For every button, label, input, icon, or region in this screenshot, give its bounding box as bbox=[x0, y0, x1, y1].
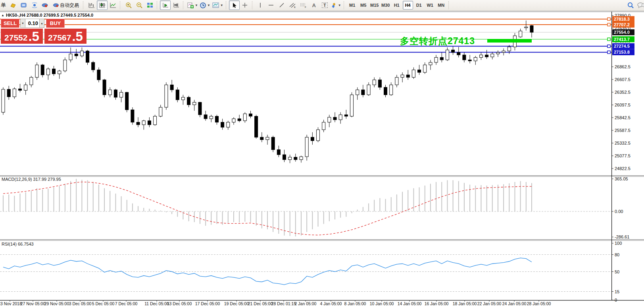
time-axis-label: 29 Nov 05:00 bbox=[44, 301, 69, 306]
candle-body bbox=[384, 87, 387, 95]
candle-body bbox=[243, 114, 246, 121]
candle-body bbox=[496, 52, 500, 54]
candle-body bbox=[176, 90, 179, 100]
candle-body bbox=[452, 50, 455, 52]
volume-increase-button[interactable]: ▲ bbox=[39, 19, 44, 28]
candle-body bbox=[401, 75, 404, 77]
time-axis-label: 24 Jan 05:00 bbox=[502, 301, 527, 306]
time-axis-label: 3 Dec 05:00 bbox=[69, 301, 92, 306]
candle-body bbox=[367, 85, 370, 95]
price-badge-label: 27707.2 bbox=[614, 22, 630, 27]
candle-body bbox=[266, 137, 269, 139]
candle-body bbox=[519, 31, 522, 37]
line-anchor-square bbox=[607, 45, 610, 48]
candle-body bbox=[2, 89, 5, 112]
candle-body bbox=[328, 117, 331, 122]
time-axis-label: 7 Dec 05:00 bbox=[115, 301, 138, 306]
sell-price-pips: .5 bbox=[28, 29, 39, 44]
line-anchor-square bbox=[607, 18, 610, 21]
time-axis-label: 11 Dec 05:00 bbox=[144, 301, 169, 306]
candle-body bbox=[344, 115, 348, 116]
time-axis-label: 27 Nov 05:00 bbox=[21, 301, 46, 306]
candle-body bbox=[479, 55, 483, 57]
sell-button[interactable]: SELL bbox=[1, 19, 19, 28]
macd-axis-label: -286.61 bbox=[615, 234, 629, 239]
candle-body bbox=[103, 80, 106, 95]
price-badge-label: 27413.7 bbox=[614, 37, 630, 42]
candle-body bbox=[271, 137, 275, 149]
candle-body bbox=[204, 115, 207, 119]
time-axis-label: 14 Jan 05:00 bbox=[398, 301, 422, 306]
candle-body bbox=[52, 69, 56, 74]
candle-body bbox=[406, 75, 409, 77]
chart-ohlc-text: HK50-,H4 27688.0 27699.5 27449.5 27554.0 bbox=[6, 13, 93, 17]
candle-body bbox=[457, 52, 460, 55]
collapse-triangle-icon[interactable]: ▲ bbox=[1, 14, 4, 17]
candle-body bbox=[114, 90, 117, 97]
candle-body bbox=[35, 65, 38, 77]
candle-body bbox=[390, 85, 393, 95]
candle-body bbox=[210, 116, 213, 119]
candle-body bbox=[294, 157, 297, 159]
candle-body bbox=[63, 60, 67, 71]
candle-body bbox=[446, 50, 449, 60]
time-axis-label: 21 Dec 05:00 bbox=[248, 301, 273, 306]
candle-body bbox=[305, 137, 308, 157]
price-axis-label: 24822.5 bbox=[615, 166, 631, 171]
candle-body bbox=[395, 77, 398, 85]
line-anchor-square bbox=[607, 38, 610, 41]
candle-body bbox=[277, 150, 280, 155]
price-badge-label: 27274.5 bbox=[614, 44, 630, 48]
volume-decrease-button[interactable]: ▼ bbox=[20, 19, 25, 28]
candle-body bbox=[159, 107, 162, 116]
buy-button[interactable]: BUY bbox=[46, 19, 65, 28]
price-badge-label: 27554.0 bbox=[614, 30, 630, 35]
candle-body bbox=[260, 137, 263, 139]
candle-body bbox=[131, 110, 134, 122]
candle-body bbox=[30, 77, 33, 85]
rsi-axis-label: 15 bbox=[615, 289, 619, 294]
sell-price-main: 27552 bbox=[4, 30, 27, 45]
candle-body bbox=[468, 60, 471, 61]
candle-body bbox=[434, 57, 438, 62]
candle-body bbox=[142, 121, 145, 125]
price-axis-label: 25842.5 bbox=[615, 115, 631, 120]
green-bar-object[interactable] bbox=[487, 39, 532, 43]
candle-body bbox=[232, 119, 235, 122]
candle-body bbox=[423, 65, 427, 72]
candle-body bbox=[249, 114, 252, 116]
candle-body bbox=[356, 90, 359, 95]
time-axis-label: 10 Jan 05:00 bbox=[370, 301, 394, 306]
buy-price[interactable]: 27567.5 bbox=[44, 29, 87, 44]
annotation-text[interactable]: 多空转折点27413 bbox=[400, 35, 475, 47]
panel-separator[interactable] bbox=[0, 239, 644, 240]
time-axis-label: 22 Jan 05:00 bbox=[477, 301, 502, 306]
volume-stepper: ▼ 0.10 ▲ bbox=[20, 19, 44, 28]
panel-separator[interactable] bbox=[0, 175, 644, 176]
candle-body bbox=[86, 51, 89, 62]
candle-body bbox=[46, 69, 50, 75]
time-axis-label: 16 Jan 05:00 bbox=[425, 301, 449, 306]
macd-label: MACD(12,26,9) 317.99 279.95 bbox=[2, 177, 61, 182]
sell-price[interactable]: 27552.5 bbox=[1, 29, 43, 44]
line-anchor-square bbox=[607, 23, 610, 26]
candle-body bbox=[136, 122, 140, 125]
candle-body bbox=[333, 117, 336, 120]
candle-body bbox=[97, 70, 100, 80]
candle-body bbox=[154, 116, 157, 125]
price-badge-label: 27818.3 bbox=[614, 17, 630, 21]
candle-body bbox=[418, 70, 421, 72]
panel-separator[interactable] bbox=[0, 240, 644, 241]
chart-canvas[interactable]: 27890.027635.027380.027125.026862.526607… bbox=[0, 0, 644, 308]
candle-body bbox=[429, 62, 432, 65]
candle-body bbox=[221, 122, 224, 128]
price-axis-line bbox=[611, 12, 612, 300]
candle-body bbox=[491, 54, 494, 57]
price-axis-label: 26097.5 bbox=[615, 103, 631, 107]
candle-body bbox=[108, 90, 111, 95]
volume-input[interactable]: 0.10 bbox=[25, 19, 39, 28]
panel-separator[interactable] bbox=[0, 176, 644, 177]
candle-body bbox=[378, 80, 381, 87]
candle-body bbox=[525, 27, 528, 28]
price-axis-label: 25332.5 bbox=[615, 141, 631, 145]
